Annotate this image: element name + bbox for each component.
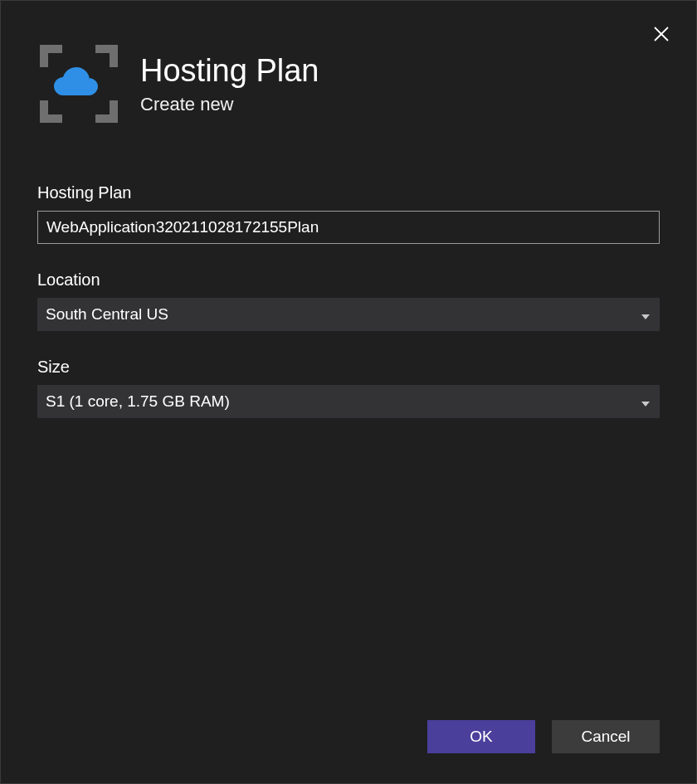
size-select[interactable]: S1 (1 core, 1.75 GB RAM) bbox=[37, 385, 660, 418]
field-size: Size S1 (1 core, 1.75 GB RAM) bbox=[37, 358, 660, 418]
chevron-down-icon bbox=[641, 305, 650, 324]
hosting-plan-input[interactable] bbox=[37, 211, 660, 244]
cloud-hosting-icon bbox=[37, 42, 120, 125]
location-label: Location bbox=[37, 270, 660, 290]
dialog-body: Hosting Plan Location South Central US S… bbox=[1, 134, 696, 783]
dialog-footer: OK Cancel bbox=[427, 720, 660, 753]
hosting-plan-label: Hosting Plan bbox=[37, 183, 660, 202]
close-icon bbox=[653, 26, 670, 42]
hosting-plan-dialog: Hosting Plan Create new Hosting Plan Loc… bbox=[0, 0, 697, 784]
cancel-button[interactable]: Cancel bbox=[552, 720, 660, 753]
ok-button-label: OK bbox=[470, 728, 492, 746]
cancel-button-label: Cancel bbox=[581, 728, 630, 746]
location-selected-value: South Central US bbox=[46, 305, 168, 324]
size-selected-value: S1 (1 core, 1.75 GB RAM) bbox=[46, 392, 230, 411]
chevron-down-icon bbox=[641, 392, 650, 411]
dialog-title: Hosting Plan bbox=[140, 52, 319, 90]
dialog-subtitle: Create new bbox=[140, 94, 319, 115]
location-select[interactable]: South Central US bbox=[37, 298, 660, 331]
dialog-header: Hosting Plan Create new bbox=[1, 1, 696, 134]
close-button[interactable] bbox=[645, 17, 678, 51]
field-hosting-plan: Hosting Plan bbox=[37, 183, 660, 244]
size-label: Size bbox=[37, 358, 660, 377]
field-location: Location South Central US bbox=[37, 270, 660, 331]
ok-button[interactable]: OK bbox=[427, 720, 535, 753]
